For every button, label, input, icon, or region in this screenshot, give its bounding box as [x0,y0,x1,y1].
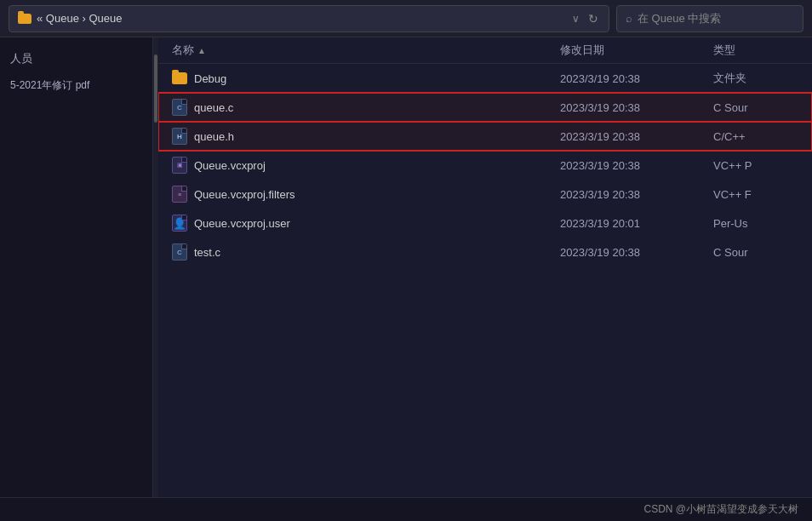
sidebar-scrollbar[interactable] [153,37,158,497]
filters-icon: ≡ [172,186,187,203]
file-type-cell: VC++ F [713,188,798,201]
address-bar: « Queue › Queue ∨ ↻ ⌕ 在 Queue 中搜索 [0,0,812,37]
search-icon: ⌕ [626,12,632,25]
file-name-cell: 👤 Queue.vcxproj.user [172,215,560,232]
file-date-cell: 2023/3/19 20:01 [560,217,713,230]
sort-arrow-icon: ▲ [197,46,206,55]
file-type-cell: C Sour [713,101,798,114]
file-name: Debug [194,72,226,85]
address-path[interactable]: « Queue › Queue ∨ ↻ [9,5,609,32]
file-name-cell: H queue.h [172,128,560,145]
file-type-cell: VC++ P [713,159,798,172]
table-row[interactable]: H queue.h 2023/3/19 20:38 C/C++ [158,122,812,151]
chevron-down-icon[interactable]: ∨ [572,13,580,25]
file-name-cell: ▣ Queue.vcxproj [172,157,560,174]
path-controls: ∨ ↻ [572,10,600,27]
file-date-cell: 2023/3/19 20:38 [560,159,713,172]
col-name-header[interactable]: 名称 ▲ [172,43,560,58]
file-name: Queue.vcxproj.filters [194,188,295,201]
refresh-button[interactable]: ↻ [586,10,600,27]
file-name: Queue.vcxproj.user [194,217,290,230]
path-text: « Queue › Queue [37,12,567,25]
file-name: queue.h [194,130,234,143]
col-date-header[interactable]: 修改日期 [560,43,713,58]
folder-icon [18,14,31,24]
folder-icon [172,72,187,84]
file-name-cell: C queue.c [172,99,560,116]
c-file-icon: C [172,99,187,116]
file-name: Queue.vcxproj [194,159,266,172]
table-row[interactable]: ≡ Queue.vcxproj.filters 2023/3/19 20:38 … [158,180,812,209]
sidebar-item-people[interactable]: 人员 [0,46,152,72]
file-type-cell: C/C++ [713,130,798,143]
column-headers: 名称 ▲ 修改日期 类型 [158,37,812,64]
file-type-cell: C Sour [713,246,798,259]
file-rows: Debug 2023/3/19 20:38 文件夹 C queue.c 2023… [158,64,812,497]
file-date-cell: 2023/3/19 20:38 [560,101,713,114]
scrollbar-thumb[interactable] [154,54,157,123]
table-row[interactable]: C test.c 2023/3/19 20:38 C Sour [158,238,812,266]
sidebar: 人员 5-2021年修订 pdf [0,37,153,497]
table-row[interactable]: Debug 2023/3/19 20:38 文件夹 [158,64,812,93]
table-row[interactable]: 👤 Queue.vcxproj.user 2023/3/19 20:01 Per… [158,209,812,238]
col-type-header[interactable]: 类型 [713,43,798,58]
table-row[interactable]: C queue.c 2023/3/19 20:38 C Sour [158,93,812,122]
status-text: CSDN @小树苗渴望变成参天大树 [643,502,798,517]
vcxproj-icon: ▣ [172,157,187,174]
search-placeholder: 在 Queue 中搜索 [638,11,721,26]
search-box[interactable]: ⌕ 在 Queue 中搜索 [616,5,803,32]
file-date-cell: 2023/3/19 20:38 [560,246,713,259]
sidebar-item-pdf[interactable]: 5-2021年修订 pdf [0,72,152,98]
user-icon: 👤 [172,215,187,232]
file-date-cell: 2023/3/19 20:38 [560,72,713,85]
file-name: test.c [194,246,220,259]
h-file-icon: H [172,128,187,145]
file-name-cell: C test.c [172,243,560,260]
file-name-cell: Debug [172,72,560,85]
main-area: 人员 5-2021年修订 pdf 名称 ▲ 修改日期 类型 [0,37,812,497]
file-date-cell: 2023/3/19 20:38 [560,130,713,143]
file-type-cell: 文件夹 [713,71,798,86]
table-row[interactable]: ▣ Queue.vcxproj 2023/3/19 20:38 VC++ P [158,151,812,180]
file-list-area: 名称 ▲ 修改日期 类型 Debug 2023/3/19 20:38 文件夹 C… [158,37,812,497]
file-date-cell: 2023/3/19 20:38 [560,188,713,201]
file-name-cell: ≡ Queue.vcxproj.filters [172,186,560,203]
status-bar: CSDN @小树苗渴望变成参天大树 [0,497,812,521]
file-type-cell: Per-Us [713,217,798,230]
c-file-icon: C [172,243,187,260]
file-name: queue.c [194,101,233,114]
